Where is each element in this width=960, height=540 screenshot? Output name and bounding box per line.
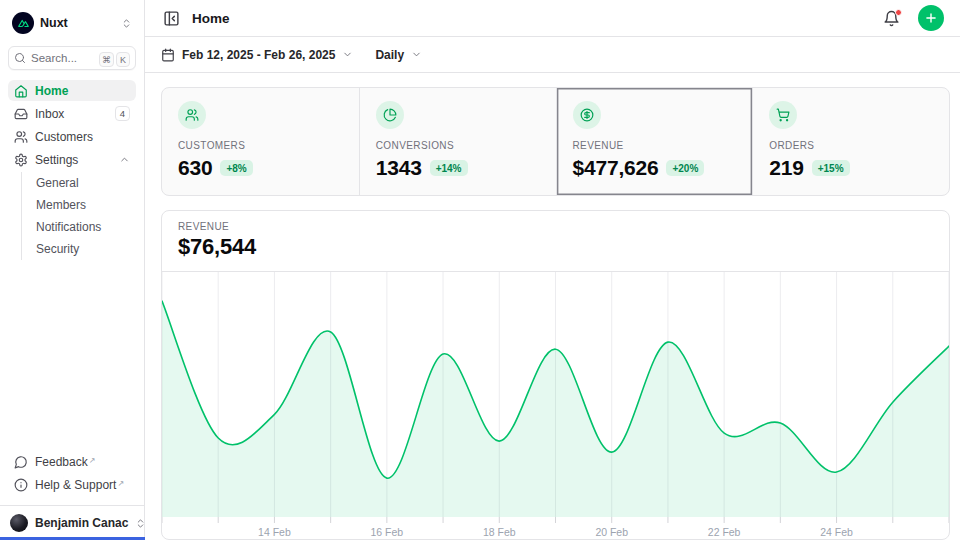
nuxt-logo-icon — [12, 12, 34, 34]
external-link-icon: ↗ — [89, 456, 96, 465]
date-range-picker[interactable]: Feb 12, 2025 - Feb 26, 2025 — [161, 48, 353, 62]
inbox-count-badge: 4 — [115, 106, 130, 121]
main-panel: Home Feb 12, 2025 - Feb 26, 2025 Daily — [145, 0, 960, 540]
sidebar-item-customers[interactable]: Customers — [8, 126, 136, 147]
search-input[interactable]: Search... ⌘K — [8, 46, 136, 70]
dollar-circle-icon — [573, 101, 601, 129]
revenue-chart-svg[interactable]: 14 Feb16 Feb18 Feb20 Feb22 Feb24 Feb — [162, 272, 949, 539]
stats-row: CUSTOMERS 630 +8% CONVERSIONS 1343 +14% — [161, 87, 950, 196]
svg-text:16 Feb: 16 Feb — [371, 527, 404, 538]
sidebar-item-label: Help & Support↗ — [35, 478, 130, 492]
top-header: Home — [145, 0, 960, 37]
settings-subtree: General Members Notifications Security — [21, 172, 136, 260]
date-range-label: Feb 12, 2025 - Feb 26, 2025 — [182, 48, 335, 62]
search-placeholder: Search... — [31, 52, 94, 64]
sidebar-item-security[interactable]: Security — [22, 238, 136, 260]
chart-header: REVENUE $76,544 — [162, 211, 949, 272]
info-circle-icon — [14, 478, 28, 492]
stat-value: 1343 — [376, 156, 422, 180]
svg-text:18 Feb: 18 Feb — [483, 527, 516, 538]
add-button[interactable] — [918, 5, 944, 31]
sidebar-item-label: Inbox — [35, 107, 108, 121]
sidebar-footer: Feedback↗ Help & Support↗ — [0, 447, 144, 505]
kbd-k: K — [116, 52, 130, 67]
app-window: Nuxt Search... ⌘K Home — [0, 0, 960, 540]
stat-card-orders[interactable]: ORDERS 219 +15% — [752, 88, 949, 195]
sidebar-item-help-support[interactable]: Help & Support↗ — [8, 474, 136, 495]
stat-label: REVENUE — [573, 140, 737, 151]
sidebar-spacer — [0, 268, 144, 447]
sidebar-item-label: Feedback↗ — [35, 455, 130, 469]
stat-value: 630 — [178, 156, 212, 180]
notification-dot — [895, 9, 902, 16]
kbd-cmd: ⌘ — [99, 52, 114, 67]
home-icon — [14, 84, 28, 98]
chevrons-up-down-icon — [135, 518, 146, 529]
shopping-cart-icon — [769, 101, 797, 129]
message-circle-icon — [14, 455, 28, 469]
sidebar-item-general[interactable]: General — [22, 172, 136, 194]
user-name: Benjamin Canac — [35, 516, 128, 530]
stat-value: $477,626 — [573, 156, 659, 180]
user-menu[interactable]: Benjamin Canac — [0, 505, 144, 540]
workspace-name: Nuxt — [40, 16, 115, 30]
stat-delta-badge: +20% — [666, 160, 704, 176]
search-icon — [14, 52, 26, 64]
stat-card-conversions[interactable]: CONVERSIONS 1343 +14% — [359, 88, 556, 195]
sidebar-item-home[interactable]: Home — [8, 80, 136, 101]
sidebar-nav: Home Inbox 4 Customers — [8, 80, 136, 260]
stat-label: CUSTOMERS — [178, 140, 343, 151]
page-title: Home — [192, 11, 871, 26]
chevron-down-icon — [411, 49, 422, 60]
avatar — [10, 514, 28, 532]
sidebar-item-notifications[interactable]: Notifications — [22, 216, 136, 238]
chevron-up-icon — [119, 154, 130, 165]
stat-card-revenue[interactable]: REVENUE $477,626 +20% — [556, 88, 753, 195]
external-link-icon: ↗ — [117, 479, 124, 488]
sidebar-item-label: Home — [35, 84, 130, 98]
pie-chart-icon — [376, 101, 404, 129]
chevron-down-icon — [342, 49, 353, 60]
stat-value: 219 — [769, 156, 803, 180]
dashboard-content: CUSTOMERS 630 +8% CONVERSIONS 1343 +14% — [145, 73, 960, 540]
sidebar-item-members[interactable]: Members — [22, 194, 136, 216]
interval-label: Daily — [375, 48, 404, 62]
sidebar-item-inbox[interactable]: Inbox 4 — [8, 103, 136, 124]
sidebar-item-settings[interactable]: Settings — [8, 149, 136, 170]
inbox-icon — [14, 107, 28, 121]
chart-plot-area: 14 Feb16 Feb18 Feb20 Feb22 Feb24 Feb — [162, 272, 949, 539]
svg-text:20 Feb: 20 Feb — [595, 527, 628, 538]
calendar-icon — [161, 48, 175, 62]
workspace-selector[interactable]: Nuxt — [8, 8, 136, 38]
sidebar-item-feedback[interactable]: Feedback↗ — [8, 451, 136, 472]
notifications-button[interactable] — [881, 8, 902, 29]
gear-icon — [14, 153, 28, 167]
chart-metric-label: REVENUE — [178, 221, 933, 232]
chart-metric-value: $76,544 — [178, 234, 933, 260]
interval-select[interactable]: Daily — [375, 48, 422, 62]
filters-toolbar: Feb 12, 2025 - Feb 26, 2025 Daily — [145, 37, 960, 73]
sidebar-item-label: Customers — [35, 130, 130, 144]
stat-delta-badge: +14% — [430, 160, 468, 176]
stat-delta-badge: +15% — [812, 160, 850, 176]
stat-delta-badge: +8% — [220, 160, 252, 176]
sidebar: Nuxt Search... ⌘K Home — [0, 0, 145, 540]
chevrons-up-down-icon — [121, 18, 132, 29]
users-icon — [14, 130, 28, 144]
stat-label: CONVERSIONS — [376, 140, 540, 151]
svg-text:22 Feb: 22 Feb — [708, 527, 741, 538]
stat-card-customers[interactable]: CUSTOMERS 630 +8% — [162, 88, 359, 195]
svg-text:24 Feb: 24 Feb — [820, 527, 853, 538]
revenue-chart-card: REVENUE $76,544 14 Feb16 Feb18 Feb20 Feb… — [161, 210, 950, 540]
collapse-sidebar-button[interactable] — [161, 8, 182, 29]
sidebar-item-label: Settings — [35, 153, 112, 167]
users-icon — [178, 101, 206, 129]
svg-text:14 Feb: 14 Feb — [258, 527, 291, 538]
stat-label: ORDERS — [769, 140, 933, 151]
